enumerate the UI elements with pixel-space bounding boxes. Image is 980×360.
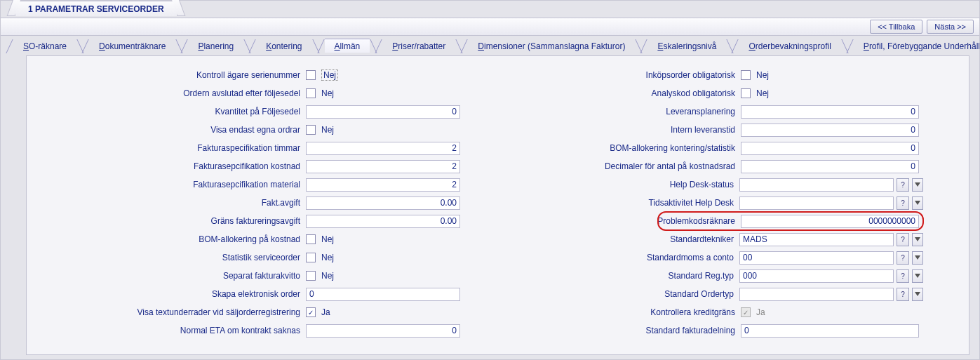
back-button[interactable]: << Tillbaka: [870, 20, 922, 34]
lookup-button[interactable]: ?: [897, 196, 909, 210]
dropdown-button[interactable]: [912, 288, 923, 301]
dropdown-button[interactable]: [912, 178, 923, 192]
checkbox-kredit: ✓: [741, 307, 751, 317]
checkbox-label: Nej: [321, 271, 334, 281]
checkbox-visa-endast[interactable]: [306, 125, 316, 135]
input-stdorder[interactable]: [739, 288, 894, 301]
dropdown-button[interactable]: [912, 233, 923, 246]
label: Fakturasepcifikation material: [39, 180, 306, 189]
checkbox-label: Ja: [756, 307, 765, 317]
label: Kontrollera kreditgräns: [530, 307, 741, 317]
tab-dimensioner-sammanslagna-fakturor-[interactable]: Dimensioner (Sammanslagna Fakturor): [468, 39, 635, 53]
label: Inköpsorder obligatorisk: [530, 70, 741, 80]
svg-marker-0: [915, 182, 920, 187]
label: Visa endast egna ordrar: [39, 125, 306, 135]
input-faktspec-timmar[interactable]: [306, 142, 460, 155]
input-problemkodsraknare[interactable]: [741, 215, 919, 228]
left-column: Kontroll ägare serienummer Nej Ordern av…: [39, 66, 474, 340]
dropdown-button[interactable]: [912, 196, 923, 210]
input-stdfakt[interactable]: [741, 324, 919, 338]
input-stdreg[interactable]: [739, 269, 894, 283]
lookup-button[interactable]: ?: [897, 288, 909, 301]
tab-dokumentr-knare[interactable]: Dokumenträknare: [89, 39, 175, 53]
lookup-button[interactable]: ?: [897, 269, 909, 283]
label: Leveransplanering: [530, 107, 741, 116]
label: Fakt.avgift: [39, 198, 306, 208]
label: Separat fakturakvitto: [39, 271, 306, 281]
input-tids[interactable]: [739, 196, 894, 210]
dropdown-button[interactable]: [912, 251, 923, 265]
checkbox-order-avslutad[interactable]: [306, 88, 316, 98]
tab-priser-rabatter[interactable]: Priser/rabatter: [382, 39, 455, 53]
label: Kontroll ägare serienummer: [39, 70, 306, 80]
lookup-button[interactable]: ?: [897, 251, 909, 265]
tab-so-r-knare[interactable]: SO-räknare: [13, 39, 76, 53]
label: Fakturaspecifikation timmar: [39, 143, 306, 153]
svg-marker-4: [915, 274, 920, 278]
svg-marker-3: [915, 255, 920, 260]
checkbox-analys[interactable]: [741, 88, 751, 98]
content-frame: Kontroll ägare serienummer Nej Ordern av…: [26, 55, 969, 355]
input-leverans[interactable]: [741, 105, 919, 119]
checkbox-visa-text[interactable]: ✓: [306, 307, 316, 317]
tab-orderbevakningsprofil[interactable]: Orderbevakningsprofil: [739, 39, 840, 53]
toolbar: << Tillbaka Nästa >>: [1, 18, 979, 36]
tab-planering[interactable]: Planering: [188, 39, 243, 53]
input-helpdesk[interactable]: [739, 178, 894, 192]
checkbox-bom-kostnad[interactable]: [306, 234, 316, 244]
input-normal-eta[interactable]: [306, 324, 460, 338]
input-kvantitet[interactable]: [306, 105, 460, 119]
checkbox-label: Nej: [756, 70, 769, 80]
label: Intern leveranstid: [530, 125, 741, 135]
label: BOM-allokering kontering/statistik: [530, 143, 741, 153]
label: Fakturasepcifikation kostnad: [39, 161, 306, 171]
checkbox-inkop[interactable]: [741, 70, 751, 80]
tab-allm-n[interactable]: Allmän: [325, 39, 370, 53]
label: Decimaler för antal på kostnadsrad: [530, 161, 741, 171]
label: Gräns faktureringsavgift: [39, 216, 306, 226]
checkbox-separat[interactable]: [306, 271, 316, 281]
input-intern[interactable]: [741, 124, 919, 137]
window-tab-strip: 1 PARAMETRAR SERVICEORDER: [1, 1, 979, 18]
label: Standardtekniker: [530, 234, 739, 244]
checkbox-label: Nej: [321, 253, 334, 262]
label: Problemkodsräknare: [530, 216, 741, 226]
label: Standard Ordertyp: [530, 289, 739, 299]
lookup-button[interactable]: ?: [897, 178, 909, 192]
svg-marker-1: [915, 201, 920, 205]
tab-profil-f-rebyggande-underh-ll[interactable]: Profil, Förebyggande Underhåll: [854, 39, 979, 53]
input-bom-stat[interactable]: [741, 142, 919, 155]
dropdown-button[interactable]: [912, 269, 923, 283]
label: Ordern avslutad efter följesedel: [39, 88, 306, 98]
label: Skapa elektronisk order: [39, 289, 306, 299]
input-stdtekniker[interactable]: [739, 233, 894, 246]
checkbox-statistik[interactable]: [306, 253, 316, 262]
label: Analyskod obligatorisk: [530, 88, 741, 98]
label: Statistik serviceorder: [39, 253, 306, 262]
label: Visa textunderrader vid säljorderregistr…: [39, 307, 306, 317]
inner-tab-strip: SO-räknareDokumenträknarePlaneringKonter…: [1, 39, 979, 54]
input-stdmoms[interactable]: [739, 251, 894, 265]
input-decimaler[interactable]: [741, 160, 919, 173]
label: Standard fakturadelning: [530, 326, 741, 335]
input-fakt-avgift[interactable]: [306, 196, 460, 210]
input-skapa-elek[interactable]: [306, 288, 460, 301]
next-button[interactable]: Nästa >>: [927, 20, 974, 34]
input-faktspec-material[interactable]: [306, 178, 460, 192]
svg-marker-2: [915, 237, 920, 241]
window-title: 1 PARAMETRAR SERVICEORDER: [28, 4, 164, 14]
checkbox-label: Nej: [321, 88, 334, 98]
checkbox-kontroll[interactable]: [306, 70, 316, 80]
label: Standard Reg.typ: [530, 271, 739, 281]
checkbox-label: Nej: [321, 69, 338, 81]
tab-kontering[interactable]: Kontering: [256, 39, 311, 53]
input-faktspec-kostnad[interactable]: [306, 160, 460, 173]
tab-eskaleringsniv-[interactable]: Eskaleringsnivå: [647, 39, 726, 53]
label: Normal ETA om kontrakt saknas: [39, 326, 306, 335]
input-grans[interactable]: [306, 215, 460, 228]
lookup-button[interactable]: ?: [897, 233, 909, 246]
right-column: Inköpsorder obligatorisk Nej Analyskod o…: [530, 66, 923, 340]
window-tab[interactable]: 1 PARAMETRAR SERVICEORDER: [15, 1, 177, 16]
svg-marker-5: [915, 292, 920, 296]
checkbox-label: Nej: [321, 234, 334, 244]
